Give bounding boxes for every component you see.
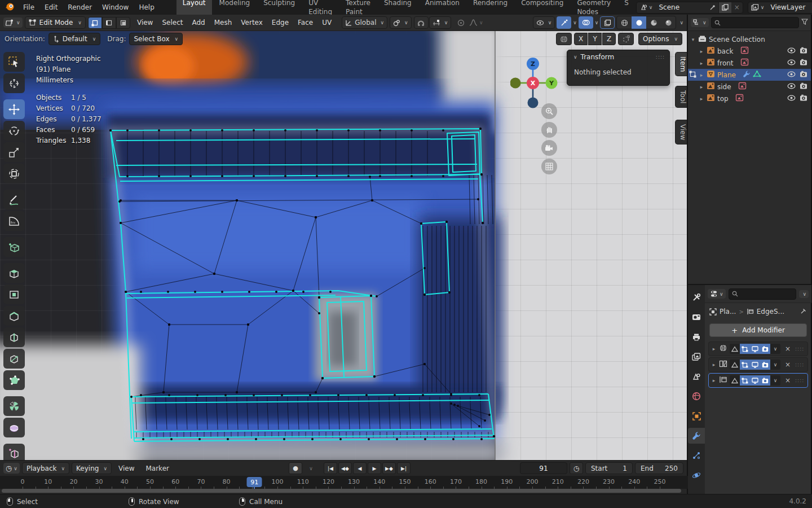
- tool-cursor[interactable]: [3, 73, 25, 93]
- nav-toggle-perspective-icon[interactable]: [541, 159, 557, 174]
- snap-magnet-icon[interactable]: [414, 16, 429, 29]
- tool-add-cube[interactable]: [3, 237, 25, 257]
- orientation-settings-dropdown[interactable]: Default∨: [48, 33, 100, 45]
- snap-to-dropdown[interactable]: ∨: [429, 16, 452, 29]
- delete-modifier-icon[interactable]: ×: [783, 345, 793, 353]
- menu-help[interactable]: Help: [134, 0, 159, 15]
- transport-prev-keyframe-button[interactable]: ◀◆: [338, 462, 352, 474]
- modifier-extras-dropdown[interactable]: ∨: [770, 375, 780, 386]
- viewlayer-icon[interactable]: ∨: [748, 2, 767, 13]
- show-gizmo-toggle[interactable]: [557, 16, 571, 29]
- sidebar-tab-view[interactable]: View: [675, 120, 687, 144]
- timeline-scrollbar[interactable]: [2, 489, 681, 493]
- properties-tab-object[interactable]: [688, 408, 705, 424]
- viewlayer-name[interactable]: ViewLayer: [767, 3, 812, 11]
- tool-inset-faces[interactable]: [3, 284, 25, 304]
- properties-tab-scene[interactable]: [688, 369, 705, 384]
- snap-dashed-circle-icon[interactable]: [618, 33, 634, 45]
- modifier-drag-dots[interactable]: ::::: [795, 346, 805, 352]
- keying-set-dropdown[interactable]: ∨: [303, 462, 317, 474]
- disable-render-icon[interactable]: [800, 47, 807, 55]
- timeline-playhead[interactable]: 91: [247, 477, 262, 487]
- properties-editor-icon[interactable]: ∨: [708, 289, 726, 299]
- outliner-row-top[interactable]: ▸top: [688, 93, 811, 104]
- timeline-editor-icon[interactable]: ◷∨: [3, 463, 20, 474]
- viewport-menu-face[interactable]: Face: [293, 19, 317, 27]
- modifier-row-solidify[interactable]: ▸ ∨ × ::::: [708, 357, 808, 372]
- menu-window[interactable]: Window: [97, 0, 134, 15]
- properties-tab-modifier[interactable]: [688, 428, 705, 444]
- toggle-edit-mode-icon[interactable]: [740, 344, 750, 354]
- tool-spin[interactable]: [3, 396, 25, 416]
- playback-menu[interactable]: Playback∨: [22, 462, 69, 474]
- toggle-on-cage-icon[interactable]: [730, 360, 740, 370]
- properties-tab-particles[interactable]: [688, 448, 705, 463]
- tool-move[interactable]: [3, 99, 25, 119]
- tool-transform[interactable]: [3, 164, 25, 183]
- properties-tab-world[interactable]: [688, 388, 705, 404]
- vertex-select-mode-icon[interactable]: [88, 17, 102, 29]
- outliner-row-scene-collection[interactable]: ▾ Scene Collection: [688, 33, 811, 45]
- nav-pan-hand-icon[interactable]: [541, 122, 557, 138]
- shading-material-icon[interactable]: [646, 16, 661, 29]
- expand-icon[interactable]: ▸: [699, 60, 704, 66]
- object-name[interactable]: side: [717, 83, 731, 91]
- viewport-3d[interactable]: Orientation: Default∨ Drag: Select Box∨ …: [0, 31, 687, 460]
- transport-jump-to-start-button[interactable]: |◀: [324, 462, 337, 474]
- blender-logo-icon[interactable]: [5, 2, 15, 14]
- frame-start-field[interactable]: Start1: [585, 462, 633, 474]
- viewlayer-selector[interactable]: ∨ ViewLayer ×: [748, 2, 812, 14]
- auto-keying-icon[interactable]: ●: [289, 462, 302, 474]
- current-frame-field[interactable]: 91: [520, 462, 567, 474]
- outliner-row-Plane[interactable]: ▸Plane: [688, 69, 811, 81]
- drag-settings-dropdown[interactable]: Select Box∨: [129, 33, 183, 45]
- timeline-ruler[interactable]: 0102030405060708010011012013014015016017…: [0, 476, 688, 489]
- tool-extrude-region[interactable]: [3, 263, 25, 283]
- tool-annotate[interactable]: [3, 190, 25, 209]
- transform-panel-title[interactable]: Transform: [581, 53, 615, 61]
- disable-render-icon[interactable]: [800, 82, 807, 91]
- toggle-realtime-icon[interactable]: [750, 360, 760, 370]
- outliner-editor-icon[interactable]: ∨: [691, 18, 709, 27]
- properties-tab-tool[interactable]: [688, 290, 705, 305]
- outliner-row-side[interactable]: ▸side: [688, 81, 811, 93]
- sidebar-tab-tool[interactable]: Tool: [675, 86, 687, 108]
- properties-search-input[interactable]: [729, 288, 796, 300]
- transform-orientation-dropdown[interactable]: Global ∨: [342, 16, 387, 29]
- delete-modifier-icon[interactable]: ×: [783, 376, 793, 384]
- viewport-menu-edge[interactable]: Edge: [267, 19, 293, 27]
- editor-type-icon[interactable]: ∨: [3, 17, 23, 28]
- object-visibility-dropdown[interactable]: ∨: [533, 16, 555, 29]
- nav-zoom-icon[interactable]: [541, 103, 557, 119]
- modifier-drag-dots[interactable]: ::::: [795, 362, 805, 367]
- expand-icon[interactable]: ▸: [711, 346, 717, 352]
- properties-tab-physics[interactable]: [688, 467, 705, 483]
- menu-edit[interactable]: Edit: [39, 0, 63, 15]
- expand-icon[interactable]: ▸: [699, 72, 704, 78]
- collection-name[interactable]: Scene Collection: [709, 36, 765, 43]
- toggle-realtime-icon[interactable]: [750, 375, 760, 386]
- expand-icon[interactable]: ▸: [711, 378, 717, 383]
- sidebar-tab-item[interactable]: Item: [675, 52, 687, 76]
- viewport-menu-mesh[interactable]: Mesh: [210, 19, 237, 27]
- expand-icon[interactable]: ▸: [699, 96, 704, 102]
- toggle-xray-icon[interactable]: [600, 16, 615, 29]
- expand-icon[interactable]: ▸: [711, 362, 717, 367]
- new-scene-icon[interactable]: [718, 2, 731, 13]
- scene-selector[interactable]: ∨ Scene ×: [636, 2, 743, 14]
- symmetry-axis-x[interactable]: X: [574, 33, 588, 45]
- object-name[interactable]: top: [717, 95, 729, 103]
- tool-edge-slide[interactable]: [3, 444, 25, 460]
- breadcrumb-object[interactable]: Pla...: [720, 308, 736, 316]
- properties-tab-render[interactable]: [688, 309, 705, 325]
- toggle-on-cage-icon[interactable]: [730, 375, 740, 386]
- tool-bevel[interactable]: [3, 306, 25, 326]
- viewport-menu-add[interactable]: Add: [187, 19, 209, 27]
- expand-icon[interactable]: ▾: [690, 37, 696, 42]
- viewport-menu-select[interactable]: Select: [157, 19, 187, 27]
- use-preview-range-icon[interactable]: ◷: [570, 462, 583, 474]
- toggle-edit-mode-icon[interactable]: [740, 360, 750, 370]
- properties-options-icon[interactable]: ∨: [799, 290, 809, 298]
- modifier-row-mirror[interactable]: ▸ ∨ × ::::: [708, 341, 808, 356]
- edge-select-mode-icon[interactable]: [102, 17, 116, 29]
